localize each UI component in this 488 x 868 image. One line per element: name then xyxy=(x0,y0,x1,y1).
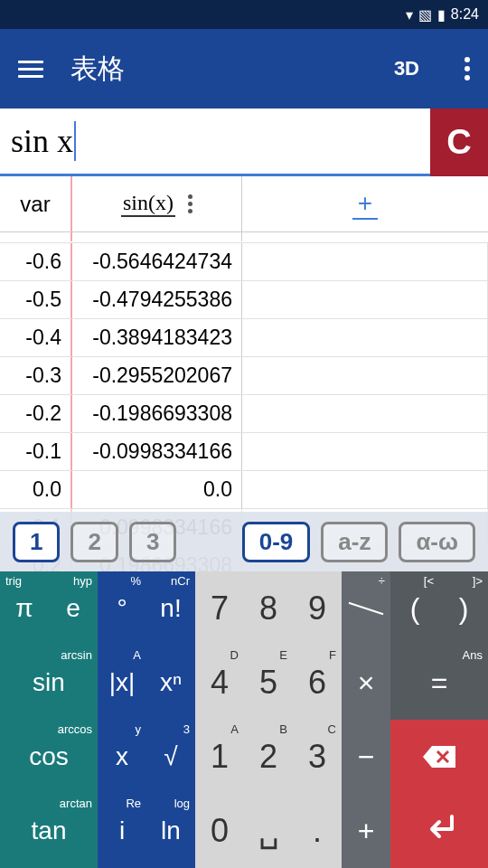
fraction-key[interactable]: ÷ xyxy=(342,571,390,646)
5-key[interactable]: E5 xyxy=(244,646,293,720)
backspace-icon xyxy=(421,744,457,769)
table-row: -0.1 -0.0998334166 xyxy=(0,433,488,471)
no-sim-icon: ▧ xyxy=(418,6,432,24)
cell-val: -0.0998334166 xyxy=(72,433,242,470)
table-row: 0.0 0.0 xyxy=(0,471,488,509)
cell-var: -0.3 xyxy=(0,357,72,394)
battery-charging-icon: ▮ xyxy=(437,6,446,24)
column-more-icon[interactable] xyxy=(188,194,192,213)
enter-icon xyxy=(421,813,457,849)
multiply-key[interactable]: × xyxy=(342,646,390,720)
page-1-button[interactable]: 1 xyxy=(13,522,60,562)
7-key[interactable]: 7 xyxy=(195,571,244,646)
cell-val: -0.5646424734 xyxy=(72,243,242,280)
cell-val: -0.1986693308 xyxy=(72,395,242,432)
cell-var: 0.0 xyxy=(0,471,72,508)
table-row: -0.6 -0.5646424734 xyxy=(0,243,488,281)
plus-key[interactable]: + xyxy=(342,794,390,868)
power-key[interactable]: xⁿ xyxy=(146,646,195,720)
mode-numeric-button[interactable]: 0-9 xyxy=(242,522,311,562)
x-key[interactable]: yx xyxy=(98,720,146,794)
status-time: 8:24 xyxy=(451,6,479,23)
e-key[interactable]: hype xyxy=(49,571,98,646)
app-bar: 表格 3D xyxy=(0,29,488,108)
table-row: -0.3 -0.2955202067 xyxy=(0,357,488,395)
space-key[interactable]: ␣ xyxy=(244,794,293,868)
cell-val: -0.4794255386 xyxy=(72,281,242,318)
8-key[interactable]: 8 xyxy=(244,571,293,646)
clear-button[interactable]: C xyxy=(430,108,488,176)
mode-greek-button[interactable]: α-ω xyxy=(399,522,475,562)
table-row: -0.2 -0.1986693308 xyxy=(0,395,488,433)
6-key[interactable]: F6 xyxy=(293,646,342,720)
expression-input[interactable]: sin x xyxy=(0,108,430,176)
mode-alpha-button[interactable]: a-z xyxy=(321,522,388,562)
tan-key[interactable]: arctantan xyxy=(0,794,98,868)
cell-var: -0.5 xyxy=(0,281,72,318)
keypad: trigπ hype %° nCrn! 7 8 9 ÷ [<( ]>) arcs… xyxy=(0,571,488,868)
cos-key[interactable]: arccoscos xyxy=(0,720,98,794)
function-label: sin(x) xyxy=(121,191,175,217)
table-row xyxy=(0,232,488,243)
dot-key[interactable]: . xyxy=(293,794,342,868)
1-key[interactable]: A1 xyxy=(195,720,244,794)
page-2-button[interactable]: 2 xyxy=(70,522,117,562)
close-paren-key[interactable]: ]>) xyxy=(439,571,488,646)
table-header: var sin(x) + xyxy=(0,176,488,232)
cell-val: -0.2955202067 xyxy=(72,357,242,394)
more-vert-icon[interactable] xyxy=(465,57,470,80)
sqrt-key[interactable]: 3√ xyxy=(146,720,195,794)
open-paren-key[interactable]: [<( xyxy=(390,571,439,646)
add-column-button[interactable]: + xyxy=(242,176,488,231)
i-key[interactable]: Rei xyxy=(98,794,146,868)
backspace-key[interactable] xyxy=(390,720,488,794)
cell-var: -0.2 xyxy=(0,395,72,432)
0-key[interactable]: 0 xyxy=(195,794,244,868)
3-key[interactable]: C3 xyxy=(293,720,342,794)
app-title: 表格 xyxy=(70,51,367,88)
menu-icon[interactable] xyxy=(18,61,43,78)
9-key[interactable]: 9 xyxy=(293,571,342,646)
status-bar: ▾ ▧ ▮ 8:24 xyxy=(0,0,488,29)
pi-key[interactable]: trigπ xyxy=(0,571,49,646)
page-3-button[interactable]: 3 xyxy=(129,522,176,562)
ln-key[interactable]: logln xyxy=(146,794,195,868)
table-row: -0.4 -0.3894183423 xyxy=(0,319,488,357)
column-header-function[interactable]: sin(x) xyxy=(72,176,242,231)
cell-var: -0.1 xyxy=(0,433,72,470)
column-header-var[interactable]: var xyxy=(0,176,72,231)
minus-key[interactable]: − xyxy=(342,720,390,794)
sin-key[interactable]: arcsinsin xyxy=(0,646,98,720)
fraction-line-icon xyxy=(349,602,384,615)
cell-val: 0.0 xyxy=(72,471,242,508)
input-row: sin x C xyxy=(0,108,488,176)
degree-key[interactable]: %° xyxy=(98,571,146,646)
cell-val: -0.3894183423 xyxy=(72,319,242,356)
abs-key[interactable]: A|x| xyxy=(98,646,146,720)
cell-var: -0.4 xyxy=(0,319,72,356)
enter-key[interactable] xyxy=(390,794,488,868)
factorial-key[interactable]: nCrn! xyxy=(146,571,195,646)
4-key[interactable]: D4 xyxy=(195,646,244,720)
2-key[interactable]: B2 xyxy=(244,720,293,794)
wifi-icon: ▾ xyxy=(406,6,413,24)
cell-var: -0.6 xyxy=(0,243,72,280)
3d-button[interactable]: 3D xyxy=(394,57,419,80)
table-row: -0.5 -0.4794255386 xyxy=(0,281,488,319)
mode-bar: 1 2 3 0-9 a-z α-ω xyxy=(0,512,488,571)
equals-key[interactable]: Ans= xyxy=(390,646,488,720)
